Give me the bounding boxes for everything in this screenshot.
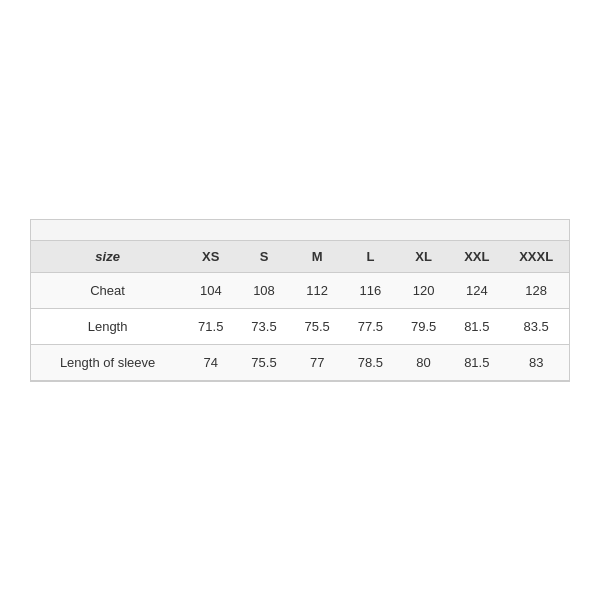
table-row: Length of sleeve7475.57778.58081.583 — [31, 344, 569, 380]
column-header-m: M — [291, 241, 344, 273]
cell-1-0: 71.5 — [184, 308, 237, 344]
cell-2-2: 77 — [291, 344, 344, 380]
cell-2-4: 80 — [397, 344, 450, 380]
table-body: Cheat104108112116120124128Length71.573.5… — [31, 272, 569, 380]
cell-1-4: 79.5 — [397, 308, 450, 344]
chart-title-row — [31, 220, 569, 241]
row-label-1: Length — [31, 308, 184, 344]
cell-2-5: 81.5 — [450, 344, 503, 380]
cell-0-3: 116 — [344, 272, 397, 308]
header-row: sizeXSSMLXLXXLXXXL — [31, 241, 569, 273]
column-header-xxl: XXL — [450, 241, 503, 273]
cell-2-6: 83 — [503, 344, 569, 380]
size-chart: sizeXSSMLXLXXLXXXL Cheat1041081121161201… — [30, 219, 570, 382]
cell-1-2: 75.5 — [291, 308, 344, 344]
column-header-l: L — [344, 241, 397, 273]
table-row: Cheat104108112116120124128 — [31, 272, 569, 308]
column-header-size: size — [31, 241, 184, 273]
cell-0-4: 120 — [397, 272, 450, 308]
cell-2-3: 78.5 — [344, 344, 397, 380]
column-header-xs: XS — [184, 241, 237, 273]
row-label-2: Length of sleeve — [31, 344, 184, 380]
row-label-0: Cheat — [31, 272, 184, 308]
cell-0-5: 124 — [450, 272, 503, 308]
cell-0-0: 104 — [184, 272, 237, 308]
cell-1-1: 73.5 — [237, 308, 290, 344]
cell-1-6: 83.5 — [503, 308, 569, 344]
cell-2-1: 75.5 — [237, 344, 290, 380]
cell-2-0: 74 — [184, 344, 237, 380]
column-header-xxxl: XXXL — [503, 241, 569, 273]
cell-1-3: 77.5 — [344, 308, 397, 344]
column-header-xl: XL — [397, 241, 450, 273]
table-header: sizeXSSMLXLXXLXXXL — [31, 241, 569, 273]
cell-1-5: 81.5 — [450, 308, 503, 344]
column-header-s: S — [237, 241, 290, 273]
cell-0-1: 108 — [237, 272, 290, 308]
cell-0-2: 112 — [291, 272, 344, 308]
cell-0-6: 128 — [503, 272, 569, 308]
table-row: Length71.573.575.577.579.581.583.5 — [31, 308, 569, 344]
size-table: sizeXSSMLXLXXLXXXL Cheat1041081121161201… — [31, 241, 569, 381]
